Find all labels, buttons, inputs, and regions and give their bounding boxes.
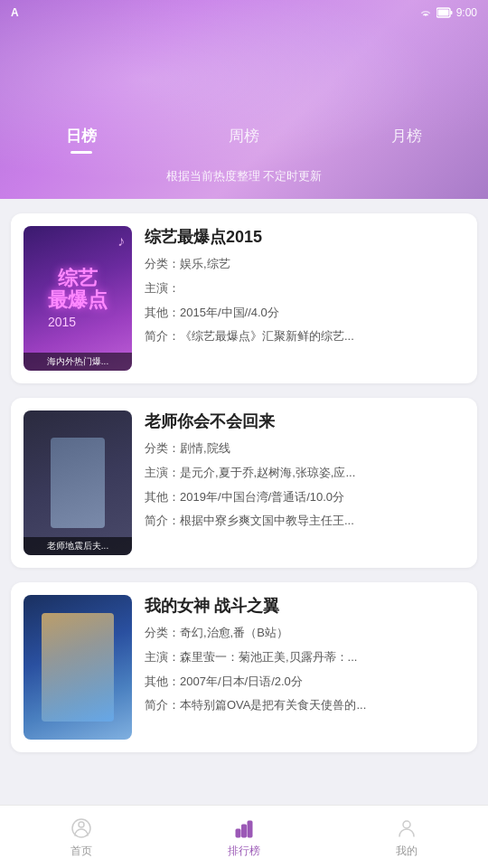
card-info-teacher: 老师你会不会回来 分类：剧情,院线 主演：是元介,夏于乔,赵树海,张琼姿,应..…: [145, 410, 465, 555]
thumb-banner: 老师地震后夫...: [23, 537, 132, 555]
nav-ranking[interactable]: 排行榜: [163, 816, 325, 859]
card-desc: 简介：本特别篇OVA是把有关食天使兽的...: [145, 696, 465, 715]
list-item[interactable]: 我的女神 战斗之翼 分类：奇幻,治愈,番（B站） 主演：森里萤一：菊池正美,贝露…: [11, 582, 477, 752]
hero-subtitle: 根据当前热度整理 不定时更新: [166, 168, 323, 184]
nav-profile[interactable]: 我的: [325, 816, 488, 859]
svg-rect-5: [236, 829, 240, 837]
tabs-container: 日榜 周榜 月榜: [0, 118, 488, 154]
thumb-logo-text: 综艺最爆点: [48, 268, 108, 311]
card-title: 综艺最爆点2015: [145, 226, 465, 248]
thumbnail-teacher: 老师地震后夫...: [23, 410, 132, 555]
chart-icon: [231, 816, 257, 841]
nav-home[interactable]: 首页: [0, 816, 163, 859]
card-other: 其他：2015年/中国//4.0分: [145, 304, 465, 323]
nav-home-label: 首页: [70, 844, 92, 859]
svg-point-8: [403, 821, 410, 828]
tab-monthly[interactable]: 月榜: [325, 118, 488, 154]
thumb-year: 2015: [48, 315, 108, 329]
card-category: 分类：剧情,院线: [145, 439, 465, 458]
person-silhouette: [51, 438, 105, 528]
svg-rect-7: [248, 821, 252, 837]
svg-point-4: [79, 822, 84, 827]
thumb-banner: 海内外热门爆...: [23, 353, 132, 371]
nav-profile-label: 我的: [396, 844, 418, 859]
nav-ranking-label: 排行榜: [228, 844, 260, 859]
home-icon: [69, 816, 94, 841]
svg-rect-2: [437, 10, 448, 16]
svg-rect-1: [450, 11, 452, 14]
battery-icon: [436, 7, 453, 18]
card-cast: 主演：是元介,夏于乔,赵树海,张琼姿,应...: [145, 464, 465, 483]
card-other: 其他：2019年/中国台湾/普通话/10.0分: [145, 488, 465, 507]
tab-weekly[interactable]: 周榜: [163, 118, 325, 154]
card-info-variety: 综艺最爆点2015 分类：娱乐,综艺 主演： 其他：2015年/中国//4.0分…: [145, 226, 465, 371]
card-title: 我的女神 战斗之翼: [145, 595, 465, 617]
status-bar: A 9:00: [0, 0, 488, 25]
wifi-icon: [418, 7, 433, 18]
card-category: 分类：奇幻,治愈,番（B站）: [145, 624, 465, 643]
list-item[interactable]: ♪ 综艺最爆点 2015 海内外热门爆... 综艺最爆点2015 分类：娱乐,综…: [11, 213, 477, 383]
card-category: 分类：娱乐,综艺: [145, 255, 465, 274]
card-desc: 简介：根据中寮乡爽文国中教导主任王...: [145, 512, 465, 531]
user-icon: [394, 816, 419, 841]
card-other: 其他：2007年/日本/日语/2.0分: [145, 673, 465, 692]
status-right: 9:00: [418, 6, 477, 19]
bottom-nav: 首页 排行榜 我的: [0, 805, 488, 868]
time: 9:00: [456, 6, 477, 19]
thumbnail-anime: [23, 595, 132, 740]
card-cast: 主演：森里萤一：菊池正美,贝露丹蒂：...: [145, 648, 465, 667]
card-cast: 主演：: [145, 279, 465, 298]
tab-daily[interactable]: 日榜: [0, 118, 163, 154]
list-item[interactable]: 老师地震后夫... 老师你会不会回来 分类：剧情,院线 主演：是元介,夏于乔,赵…: [11, 398, 477, 568]
content-area: ♪ 综艺最爆点 2015 海内外热门爆... 综艺最爆点2015 分类：娱乐,综…: [0, 199, 488, 839]
card-info-anime: 我的女神 战斗之翼 分类：奇幻,治愈,番（B站） 主演：森里萤一：菊池正美,贝露…: [145, 595, 465, 740]
card-desc: 简介：《综艺最爆点》汇聚新鲜的综艺...: [145, 327, 465, 346]
hero-section: 日榜 周榜 月榜 根据当前热度整理 不定时更新: [0, 0, 488, 199]
music-note-icon: ♪: [117, 233, 125, 250]
thumbnail-variety: ♪ 综艺最爆点 2015 海内外热门爆...: [23, 226, 132, 371]
svg-rect-6: [242, 825, 247, 837]
card-title: 老师你会不会回来: [145, 410, 465, 432]
anime-figure: [42, 613, 114, 722]
app-icon: A: [11, 6, 19, 19]
